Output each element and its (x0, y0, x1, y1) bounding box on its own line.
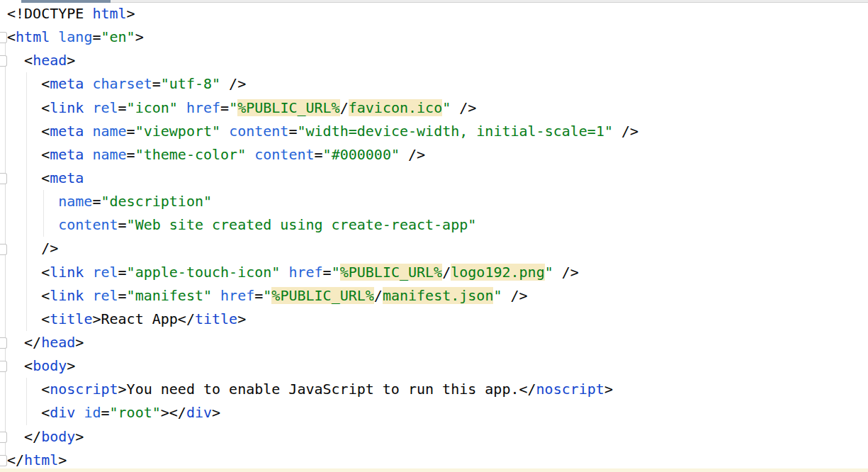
code-token: > (92, 310, 101, 327)
code-token: > (75, 334, 84, 351)
code-token: link (50, 287, 84, 304)
code-token (280, 264, 288, 281)
code-token: link (50, 99, 84, 116)
code-token: " (229, 99, 237, 116)
code-token: = (315, 146, 323, 163)
code-token: href (288, 264, 322, 281)
code-line[interactable]: <div id="root"></div> (7, 401, 638, 425)
code-token: /> (400, 146, 425, 163)
code-token: < (7, 146, 50, 163)
code-token: "apple-touch-icon" (127, 264, 281, 281)
code-line[interactable]: <meta name="viewport" content="width=dev… (7, 120, 638, 143)
code-token: = (92, 193, 101, 210)
code-token: < (7, 287, 50, 304)
code-line[interactable]: <title>React App</title> (7, 308, 638, 331)
code-token (84, 75, 92, 92)
code-token: > (75, 428, 84, 445)
code-token: head (41, 334, 75, 351)
code-token (246, 146, 254, 163)
code-token: > (135, 28, 144, 45)
code-token: < (7, 310, 50, 327)
next-line-highlight-strip (0, 468, 868, 472)
code-token: < (7, 75, 50, 92)
code-token: favicon.ico (349, 99, 442, 116)
code-token: < (7, 264, 50, 281)
code-token: < (7, 404, 50, 421)
code-token: </ (7, 334, 41, 351)
code-token: = (118, 287, 127, 304)
code-token: meta (50, 169, 84, 186)
code-token: < (7, 123, 50, 140)
code-token: / (340, 99, 349, 116)
code-line[interactable]: <meta name="theme-color" content="#00000… (7, 143, 638, 167)
code-line[interactable]: <link rel="icon" href="%PUBLIC_URL%/favi… (7, 96, 638, 120)
code-token: / (442, 264, 451, 281)
code-token: html (16, 28, 50, 45)
code-token: "en" (101, 28, 135, 45)
code-line[interactable]: <meta (7, 167, 638, 190)
code-line[interactable]: <link rel="apple-touch-icon" href="%PUBL… (7, 261, 638, 284)
code-token: charset (92, 75, 152, 92)
code-line[interactable]: /> (7, 237, 638, 260)
code-token: = (118, 99, 127, 116)
code-line[interactable]: </head> (7, 331, 638, 354)
code-token: "utf-8" (161, 75, 220, 92)
code-token: < (7, 381, 50, 398)
code-token (178, 99, 186, 116)
code-token: = (152, 75, 161, 92)
code-line[interactable]: <!DOCTYPE html> (7, 2, 638, 26)
code-token: " (545, 264, 553, 281)
code-token (7, 216, 58, 233)
code-token: div (50, 404, 75, 421)
code-token: "viewport" (135, 123, 220, 140)
code-token: < (7, 52, 33, 69)
code-token: > (237, 310, 246, 327)
code-line[interactable]: <body> (7, 354, 638, 378)
code-line[interactable]: <meta charset="utf-8" /> (7, 72, 638, 96)
code-token: /> (220, 75, 246, 92)
code-token: /> (553, 264, 579, 281)
code-token: "description" (101, 193, 212, 210)
code-token: html (24, 451, 58, 468)
code-line[interactable]: <noscript>You need to enable JavaScript … (7, 378, 638, 401)
code-line[interactable]: <html lang="en"> (7, 26, 638, 49)
code-token: noscript (50, 381, 118, 398)
code-area[interactable]: <!DOCTYPE html><html lang="en"> <head> <… (0, 2, 638, 472)
code-token (220, 123, 229, 140)
code-token: < (7, 99, 50, 116)
code-token: </ (178, 310, 195, 327)
code-token: head (33, 52, 67, 69)
code-token: rel (92, 287, 118, 304)
code-token: " (442, 99, 451, 116)
code-token (84, 287, 92, 304)
code-token: %PUBLIC_URL% (271, 287, 374, 304)
code-token: /> (451, 99, 476, 116)
code-line[interactable]: <head> (7, 49, 638, 72)
code-token: /> (502, 287, 527, 304)
code-token (84, 99, 92, 116)
code-token: name (92, 146, 126, 163)
code-token: title (50, 310, 92, 327)
code-token: logo192.png (451, 264, 544, 281)
code-token: > (604, 381, 613, 398)
code-token: < (7, 169, 50, 186)
code-token: = (127, 146, 135, 163)
code-line[interactable]: content="Web site created using create-r… (7, 213, 638, 237)
code-token: href (186, 99, 220, 116)
code-token: = (220, 99, 229, 116)
code-token: " (332, 264, 340, 281)
code-line[interactable]: name="description" (7, 190, 638, 213)
code-token: body (33, 357, 67, 374)
code-token (50, 28, 58, 45)
code-token: href (220, 287, 254, 304)
code-token (7, 193, 58, 210)
code-line[interactable]: </body> (7, 425, 638, 449)
code-token: "manifest" (127, 287, 212, 304)
code-token: > (67, 357, 75, 374)
code-token: "width=device-width, initial-scale=1" (297, 123, 613, 140)
code-token: content (58, 216, 118, 233)
code-token: /> (613, 123, 638, 140)
code-token: "icon" (127, 99, 178, 116)
code-line[interactable]: <link rel="manifest" href="%PUBLIC_URL%/… (7, 284, 638, 308)
code-token: div (186, 404, 212, 421)
